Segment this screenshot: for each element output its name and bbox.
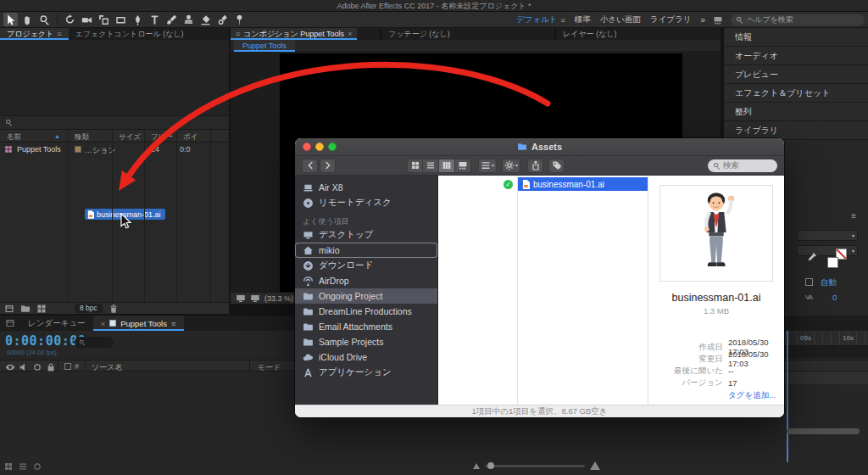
project-column-inpoint[interactable]: ポイ — [183, 132, 198, 142]
close-tab-icon[interactable]: × — [101, 319, 106, 328]
workspace-standard[interactable]: 標準 — [575, 14, 591, 25]
sidebar-item-ongoing-project[interactable]: Ongoing Project — [295, 288, 437, 304]
tab-render-queue[interactable]: レンダーキュー — [20, 318, 93, 329]
project-search-field[interactable] — [0, 116, 229, 130]
panel-menu-icon[interactable]: ≡ — [57, 30, 61, 38]
finder-search-field[interactable]: 検索 — [708, 159, 777, 172]
time-ruler[interactable]: 09s10s — [780, 331, 868, 346]
selection-tool[interactable] — [3, 13, 18, 26]
project-column-name[interactable]: 名前 — [7, 132, 21, 142]
tags-button[interactable] — [548, 159, 565, 173]
workspace-small-screen[interactable]: 小さい画面 — [600, 14, 641, 25]
panel-menu-icon[interactable]: ≡ — [851, 211, 856, 221]
close-window-button[interactable] — [303, 142, 311, 151]
view-tab-puppet-tools[interactable]: Puppet Tools — [234, 40, 295, 52]
action-button[interactable]: ▾ — [502, 159, 520, 173]
sidebar-item-downloads[interactable]: ダウンロード — [295, 258, 437, 273]
trash-icon[interactable] — [108, 304, 119, 314]
zoom-out-mountain-icon[interactable] — [473, 463, 480, 469]
puppet-pin-tool[interactable] — [232, 13, 247, 26]
auto-leading-icon[interactable] — [805, 278, 813, 286]
layer-number-column[interactable]: # — [75, 362, 79, 371]
zoom-level[interactable]: (33.3 %) — [264, 294, 293, 303]
zoom-window-button[interactable] — [328, 142, 337, 151]
tab-effect-controls[interactable]: エフェクトコントロール (なし) — [69, 28, 191, 40]
add-tags-link[interactable]: タグを追加... — [728, 390, 776, 401]
panel-tab-info[interactable]: 情報 — [724, 28, 868, 47]
primary-viewer-icon[interactable] — [250, 293, 260, 304]
panel-menu-icon[interactable]: ≡ — [236, 30, 240, 38]
workspace-default[interactable]: デフォルト — [516, 14, 558, 25]
sidebar-item-home-mikio[interactable]: mikio — [295, 243, 437, 258]
roto-brush-tool[interactable] — [215, 13, 230, 26]
sidebar-item-email-attachments[interactable]: Email Attachments — [295, 319, 437, 334]
finder-titlebar[interactable]: Assets — [295, 138, 784, 156]
tab-footage[interactable]: フッテージ (なし) — [383, 28, 455, 40]
camera-tool[interactable] — [80, 13, 94, 26]
finder-column-2[interactable]: businessman-01.ai — [518, 176, 648, 405]
list-view-button[interactable] — [423, 159, 439, 173]
type-tool[interactable] — [147, 13, 162, 26]
workspace-libraries[interactable]: ライブラリ — [650, 14, 692, 25]
always-preview-icon[interactable] — [236, 293, 246, 304]
tab-layer[interactable]: レイヤー (なし) — [558, 28, 622, 40]
back-button[interactable] — [302, 159, 318, 173]
eyedropper-icon[interactable] — [807, 252, 817, 262]
panel-tab-libraries[interactable]: ライブラリ — [724, 121, 868, 140]
forward-button[interactable] — [320, 159, 336, 173]
sidebar-item-sample-projects[interactable]: Sample Projects — [295, 334, 437, 349]
panel-tab-effects-presets[interactable]: エフェクト＆プリセット — [724, 84, 868, 103]
selected-file-row[interactable]: businessman-01.ai — [518, 177, 648, 191]
timeline-search-field[interactable] — [75, 337, 114, 348]
leading-value[interactable]: 自動 — [821, 277, 837, 288]
font-style-dropdown[interactable]: ▾ — [797, 245, 858, 256]
eraser-tool[interactable] — [198, 13, 213, 26]
help-search-field[interactable]: ヘルプを検索 — [731, 14, 865, 25]
project-item-puppet-tools[interactable]: Puppet Tools …ション 24 0:0 — [0, 144, 229, 156]
zoom-tool[interactable] — [37, 13, 52, 26]
label-color-swatch[interactable] — [75, 146, 81, 153]
tracking-value[interactable]: 0 — [832, 293, 837, 302]
timeline-zoom-control[interactable] — [473, 461, 600, 470]
column-view-button[interactable] — [439, 159, 455, 173]
sidebar-item-airdrop[interactable]: AirDrop — [295, 273, 437, 288]
fill-color-swatch[interactable] — [827, 257, 838, 268]
tab-timeline-puppet-tools[interactable]: × Puppet Tools ≡ — [93, 316, 184, 331]
project-column-framerate[interactable]: フレー — [151, 132, 173, 142]
bit-depth-button[interactable]: 8 bpc — [75, 304, 103, 313]
panel-tab-preview[interactable]: プレビュー — [724, 65, 868, 84]
project-column-type[interactable]: 種類 — [75, 132, 89, 142]
pen-tool[interactable] — [131, 13, 145, 26]
tab-composition[interactable]: ≡ コンポジション Puppet Tools × — [231, 28, 357, 40]
brush-tool[interactable] — [164, 13, 179, 26]
finder-column-1[interactable]: ✓ — [437, 176, 518, 405]
close-tab-icon[interactable]: × — [348, 30, 352, 38]
minimize-window-button[interactable] — [315, 142, 324, 151]
graph-editor-icon[interactable] — [32, 461, 42, 472]
panel-list-icon[interactable] — [5, 318, 15, 328]
frame-blend-icon[interactable] — [18, 461, 28, 472]
project-column-size[interactable]: サイズ — [119, 132, 141, 142]
tab-project[interactable]: プロジェクト ≡ — [0, 28, 69, 40]
panel-tab-align[interactable]: 整列 — [724, 103, 868, 121]
new-folder-icon[interactable] — [20, 304, 31, 314]
playhead-line[interactable] — [787, 331, 788, 462]
timeline-horizontal-scrollbar[interactable] — [787, 428, 860, 434]
expand-panes-icon[interactable] — [3, 461, 14, 472]
workspace-overflow-chevrons[interactable]: » — [700, 15, 705, 25]
zoom-in-mountain-icon[interactable] — [590, 461, 600, 470]
sidebar-item-icloud-drive[interactable]: iCloud Drive — [295, 349, 437, 365]
shape-tool[interactable] — [114, 13, 128, 26]
interpret-footage-icon[interactable] — [4, 304, 14, 314]
font-dropdown[interactable]: ▾ — [797, 230, 858, 241]
sidebar-item-desktop[interactable]: デスクトップ — [295, 227, 437, 243]
clone-stamp-tool[interactable] — [181, 13, 196, 26]
hand-tool[interactable] — [20, 13, 35, 26]
pan-behind-tool[interactable] — [97, 13, 111, 26]
sidebar-item-air-x8[interactable]: Air X8 — [295, 180, 437, 195]
dragged-item-businessman[interactable]: businessman-01.ai — [85, 209, 165, 220]
zoom-slider-track[interactable] — [485, 465, 585, 467]
workspace-switcher-icon[interactable] — [713, 15, 723, 25]
finder-window[interactable]: Assets ▾ ▾ 検索 — [295, 138, 784, 417]
current-timecode[interactable]: 0:00:00:00 — [5, 333, 86, 349]
